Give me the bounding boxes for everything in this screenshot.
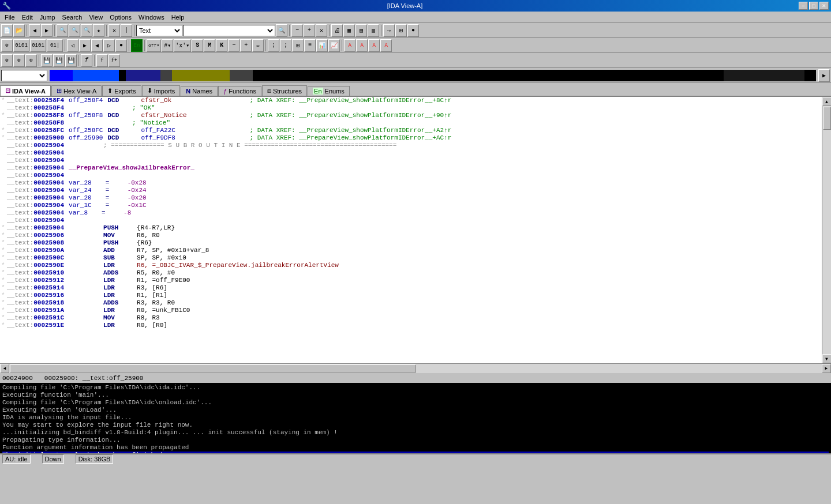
nav-btn3[interactable]: ◀	[91, 39, 103, 52]
edit-btn[interactable]: ✏	[252, 39, 264, 52]
menu-help[interactable]: Help	[168, 13, 188, 22]
scroll-down-btn[interactable]: ▼	[822, 354, 832, 363]
tab-structures[interactable]: ⧈ Structures	[262, 85, 307, 96]
open-btn[interactable]: 📂	[13, 24, 25, 37]
col2-btn[interactable]: ▤	[355, 24, 367, 37]
col1-btn[interactable]: ▦	[343, 24, 355, 37]
menu-jump[interactable]: Jump	[36, 13, 59, 22]
find2-btn[interactable]: 🔍	[69, 24, 80, 37]
new-btn[interactable]: 📄	[1, 24, 13, 37]
menu-windows[interactable]: Windows	[135, 13, 168, 22]
check-btn[interactable]: |	[121, 24, 132, 37]
addr-select[interactable]	[1, 70, 47, 81]
s-btn[interactable]: S	[192, 39, 203, 52]
empty-label	[69, 314, 103, 322]
dot2-btn[interactable]: ●	[115, 39, 127, 52]
off-btn[interactable]: off▾	[147, 39, 161, 52]
aa2-btn[interactable]: A	[356, 39, 368, 52]
script2-btn[interactable]: f+	[108, 54, 120, 67]
menu-edit[interactable]: Edit	[18, 13, 36, 22]
script-btn[interactable]: f	[96, 54, 108, 67]
back-btn[interactable]: ◀	[29, 24, 40, 37]
aa-btn[interactable]: A	[344, 39, 355, 52]
en-btn[interactable]: En	[131, 39, 143, 52]
nav-btn4[interactable]: ▷	[103, 39, 115, 52]
x2-btn[interactable]: ✕	[316, 24, 327, 37]
find-btn[interactable]: 🔍	[57, 24, 68, 37]
save2-btn[interactable]: 💾	[53, 54, 65, 67]
m-btn[interactable]: M	[204, 39, 215, 52]
save-btn[interactable]: 💾	[41, 54, 53, 67]
tab-ida-view[interactable]: ⊡ IDA View-A	[0, 85, 51, 96]
progress-bar[interactable]	[50, 70, 816, 81]
plus2-btn[interactable]: +	[240, 39, 252, 52]
minus2-btn[interactable]: −	[228, 39, 239, 52]
menu-file[interactable]: File	[1, 13, 18, 22]
minimize-button[interactable]: −	[799, 2, 808, 10]
chart-btn[interactable]: 📊	[316, 39, 328, 52]
close-button[interactable]: ✕	[819, 2, 829, 10]
dot-btn[interactable]: ●	[407, 24, 419, 37]
scroll-thumb[interactable]	[823, 107, 831, 130]
addr-hex: 00025904	[33, 224, 64, 232]
aa3-btn[interactable]: A	[368, 39, 380, 52]
opt1-btn[interactable]: ⚙	[1, 54, 13, 67]
semi-btn[interactable]: ;	[268, 39, 279, 52]
k-btn[interactable]: K	[216, 39, 227, 52]
minus-btn[interactable]: −	[291, 24, 303, 37]
tab-functions[interactable]: ƒ Functions	[218, 86, 261, 96]
hex2-btn[interactable]: 0101	[30, 39, 46, 52]
empty-marker	[1, 172, 6, 179]
scroll-track[interactable]	[822, 106, 832, 354]
off-label: off_258F4	[69, 97, 103, 104]
scroll-h-thumb[interactable]	[10, 364, 416, 373]
view-select[interactable]: Text Graph Proximity	[136, 25, 182, 36]
hex3-btn[interactable]: 01|	[47, 39, 63, 52]
output-area[interactable]: Compiling file 'C:\Program Files\IDA\idc…	[0, 383, 831, 453]
scroll-right-btn[interactable]: ▶	[822, 364, 831, 373]
scroll-h-track[interactable]	[9, 364, 822, 373]
aa4-btn[interactable]: A	[380, 39, 392, 52]
maximize-button[interactable]: □	[809, 2, 818, 10]
scroll-left-btn[interactable]: ◀	[0, 364, 9, 373]
str-btn[interactable]: ⊞	[292, 39, 304, 52]
x3-btn[interactable]: 'x'▾	[174, 39, 191, 52]
str2-btn[interactable]: ≡	[304, 39, 316, 52]
tab-hex-view[interactable]: ⊞ Hex View-A	[51, 85, 102, 96]
arrow-btn[interactable]: ⇢	[383, 24, 395, 37]
nav-btn1[interactable]: ◁	[67, 39, 78, 52]
code-area[interactable]: *__text:000258F4off_258F4DCDcfstr_Ok; DA…	[0, 97, 822, 363]
addr-colon: :	[30, 217, 34, 224]
tab-names[interactable]: N Names	[181, 86, 218, 96]
nav-btn2[interactable]: ▶	[79, 39, 91, 52]
fwd-btn[interactable]: ▶	[41, 24, 53, 37]
col3-btn[interactable]: ▥	[368, 24, 379, 37]
print-btn[interactable]: 🖨	[331, 24, 343, 37]
view-select2[interactable]	[183, 25, 275, 36]
opt2-btn[interactable]: ⚙	[13, 54, 25, 67]
asm-btn[interactable]: ⚙	[1, 39, 13, 52]
hex-btn[interactable]: 0101	[13, 39, 29, 52]
plus-btn[interactable]: +	[304, 24, 315, 37]
scroll-up-btn[interactable]: ▲	[822, 97, 832, 106]
nav-end-btn[interactable]: ▶	[818, 69, 830, 82]
tab-imports[interactable]: ⬇ Imports	[142, 85, 181, 96]
save3-btn[interactable]: 💾	[65, 54, 77, 67]
hash-btn[interactable]: #▾	[162, 39, 173, 52]
scrollbar-horizontal[interactable]: ◀ ▶	[0, 363, 831, 373]
opt3-btn[interactable]: ⚙	[25, 54, 37, 67]
menu-search[interactable]: Search	[59, 13, 86, 22]
menu-view[interactable]: View	[85, 13, 106, 22]
semi2-btn[interactable]: ;	[280, 39, 291, 52]
f-btn[interactable]: f	[81, 54, 92, 67]
tab-exports[interactable]: ⬆ Exports	[102, 85, 141, 96]
x-btn[interactable]: ✕	[108, 24, 120, 37]
chart2-btn[interactable]: 📈	[328, 39, 340, 52]
scrollbar-vertical[interactable]: ▲ ▼	[822, 97, 831, 363]
find3-btn[interactable]: 🔍	[81, 24, 92, 37]
tab-enums[interactable]: En Enums	[308, 86, 350, 96]
star-btn[interactable]: ★	[93, 24, 104, 37]
search-ico[interactable]: 🔍	[276, 24, 287, 37]
grid-btn[interactable]: ⊞	[395, 24, 407, 37]
menu-options[interactable]: Options	[106, 13, 135, 22]
